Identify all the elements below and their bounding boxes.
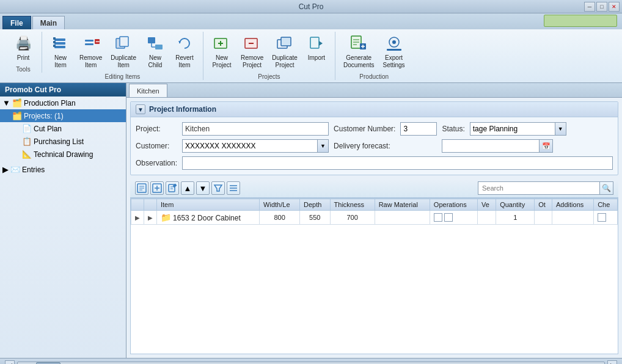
row-ot-cell [535,211,552,225]
col-depth[interactable]: Depth [300,199,331,211]
col-raw-material[interactable]: Raw Material [375,199,430,211]
scrollbar-thumb[interactable] [36,362,60,365]
customer-number-input[interactable] [400,122,437,136]
duplicate-item-label: Duplicate Item [111,54,136,69]
sidebar-item-projects[interactable]: 🗂️ Projects: (1) [0,109,126,122]
row-thickness-cell: 700 [330,211,375,225]
op-checkbox-1[interactable] [434,213,442,222]
section-toggle[interactable]: ▼ [136,104,145,114]
svg-rect-12 [148,37,155,43]
import-button[interactable]: Import [303,32,330,64]
delivery-date-container: 📅 [442,139,613,153]
che-checkbox[interactable] [598,213,606,222]
col-che[interactable]: Che [594,199,618,211]
ribbon-items-tools: 🖨️ Print [10,32,37,64]
import-icon [307,34,326,53]
sidebar-item-entries[interactable]: ▶ ✉️ Entries [0,163,126,176]
svg-rect-6 [85,40,93,42]
export-settings-button[interactable]: Export Settings [379,32,408,71]
tab-file[interactable]: File [2,16,31,29]
col-operations[interactable]: Operations [430,199,477,211]
sidebar-item-cut-plan[interactable]: 📄 Cut Plan [0,122,126,135]
projects-group-label: Projects [258,73,280,80]
new-child-button[interactable]: New Child [142,32,169,71]
export-settings-label: Export Settings [382,54,404,69]
scroll-right-btn[interactable]: ▶ [607,360,617,365]
tab-main[interactable]: Main [32,16,65,29]
purchasing-list-label: Purchasing List [34,137,84,146]
restore-button[interactable]: □ [596,2,607,12]
revert-item-button[interactable]: Revert Item [171,32,198,71]
search-button[interactable]: 🔍 [600,181,613,195]
row-width-cell: 800 [260,211,300,225]
expand-icon-production: ▼ [2,98,10,107]
delivery-forecast-label: Delivery forecast: [334,142,395,150]
scroll-left-btn[interactable]: ◀ [5,360,15,365]
close-button[interactable]: ✕ [609,2,620,12]
col-expand2 [144,199,157,211]
drawing-icon: 📐 [22,150,32,159]
project-section-header: ▼ Project Information [131,102,618,117]
generate-documents-button[interactable]: Generate Documents [340,32,378,71]
sidebar-item-purchasing-list[interactable]: 📋 Purchasing List [0,135,126,148]
project-input[interactable] [182,122,329,136]
operations-container [434,213,474,222]
kitchen-tab[interactable]: Kitchen [129,84,167,97]
svg-rect-7 [85,43,93,45]
duplicate-item-button[interactable]: Duplicate Item [108,32,139,71]
customer-number-label: Customer Number: [334,125,395,133]
duplicate-project-button[interactable]: Duplicate Project [269,32,301,71]
col-item[interactable]: Item [157,199,260,211]
svg-rect-5 [53,45,56,47]
sidebar-item-production-plan[interactable]: ▼ 🗂️ Production Plan [0,96,126,109]
observation-label: Observation: [136,159,177,167]
col-thickness[interactable]: Thickness [330,199,375,211]
svg-rect-0 [54,38,65,41]
new-project-button[interactable]: New Project [208,32,235,71]
projects-label: Projects: (1) [24,112,64,120]
col-ve[interactable]: Ve [477,199,496,211]
col-quantity[interactable]: Quantity [496,199,535,211]
svg-rect-23 [281,37,291,46]
calendar-btn[interactable]: 📅 [540,139,553,153]
doc-icon-cut-plan: 📄 [22,124,32,133]
minimize-button[interactable]: ─ [584,2,595,12]
horizontal-scrollbar[interactable] [17,362,605,365]
search-input[interactable] [478,181,600,195]
remove-item-label: Remove Item [79,54,102,69]
generate-documents-label: Generate Documents [343,54,375,69]
remove-item-button[interactable]: − Remove Item [76,32,105,71]
row-item-cell: 📁 1653 2 Door Cabinet [157,211,260,225]
ribbon-items-projects: New Project Remove Project [208,32,330,71]
sidebar-item-technical-drawing[interactable]: 📐 Technical Drawing [0,148,126,161]
row-expand-cell[interactable]: ▶ [131,211,144,225]
move-down-btn[interactable]: ▼ [196,181,210,195]
col-width[interactable]: Width/Le [260,199,300,211]
remove-project-button[interactable]: Remove Project [238,32,266,71]
col-ot[interactable]: Ot [535,199,552,211]
filter-btn[interactable] [211,181,225,195]
status-dropdown-btn[interactable]: ▼ [555,122,566,136]
content-tabs: Kitchen [126,83,622,98]
row-bullet-cell[interactable]: ▶ [144,211,157,225]
customer-input[interactable] [182,139,318,153]
move-up-btn[interactable]: ▲ [181,181,194,195]
remove-project-label: Remove Project [241,54,263,69]
folder-icon-projects: 🗂️ [12,111,22,120]
settings-btn[interactable] [227,181,240,195]
col-additions[interactable]: Additions [552,199,594,211]
edit-btn[interactable] [166,181,179,195]
status-input[interactable] [470,122,555,136]
delivery-date-input[interactable] [442,139,540,153]
new-item-label: New Item [54,54,67,69]
print-button[interactable]: 🖨️ Print [10,32,37,64]
customer-dropdown-btn[interactable]: ▼ [318,139,329,153]
row-expand-btn[interactable]: ▶ [135,214,140,221]
add-btn[interactable] [150,181,164,195]
row-depth-cell: 550 [300,211,331,225]
new-item-button[interactable]: New Item [47,32,74,71]
observation-input[interactable] [182,156,613,170]
cut-plan-label: Cut Plan [34,125,62,133]
add-group-btn[interactable] [135,181,148,195]
op-checkbox-2[interactable] [444,213,453,222]
